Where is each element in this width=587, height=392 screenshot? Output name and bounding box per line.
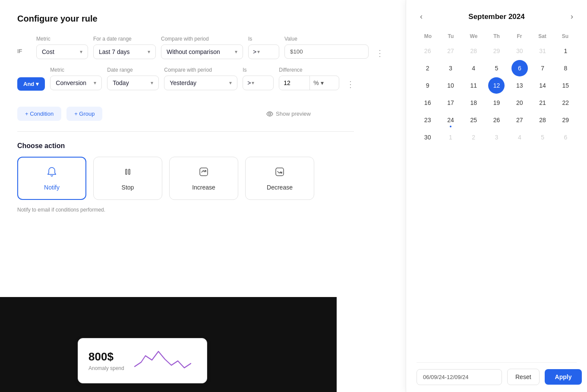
sparkline-chart (135, 347, 191, 374)
is-select-1[interactable]: > ▾ (248, 44, 279, 59)
calendar-next-button[interactable]: › (567, 10, 577, 23)
decrease-icon (274, 166, 286, 180)
cal-day-19[interactable]: 19 (488, 95, 505, 111)
cal-day-23[interactable]: 23 (420, 112, 436, 128)
chevron-down-icon-compare2: ▾ (229, 80, 232, 86)
is-value-2: > (247, 79, 251, 86)
reset-button[interactable]: Reset (507, 369, 540, 385)
compare-select-2[interactable]: Yesterday ▾ (164, 76, 237, 90)
chevron-down-icon-is2: ▾ (252, 80, 254, 86)
is-value-1: > (253, 48, 256, 55)
metric-select-1[interactable]: Cost ▾ (36, 44, 88, 59)
cal-day-1[interactable]: 1 (557, 43, 574, 59)
notify-description: Notify to email if conditions performed. (17, 207, 328, 213)
date-range-input[interactable] (417, 369, 502, 385)
cal-day-20[interactable]: 20 (511, 95, 528, 111)
cal-day-14[interactable]: 14 (534, 77, 551, 94)
cal-day-26prev[interactable]: 26 (420, 43, 436, 59)
calendar-weekdays: Mo Tu We Th Fr Sat Su (417, 32, 577, 41)
action-card-stop[interactable]: Stop (93, 157, 162, 200)
is-group-2: Is > ▾ (243, 67, 274, 90)
cal-day-30prev[interactable]: 30 (511, 43, 528, 59)
cal-day-24[interactable]: 24 (442, 112, 459, 128)
compare-select-1[interactable]: Without comparison ▾ (161, 44, 243, 59)
cal-day-5next[interactable]: 5 (534, 129, 551, 145)
calendar-footer: Reset Apply (417, 362, 577, 385)
diff-label: Difference (279, 67, 339, 73)
stop-icon (122, 166, 134, 180)
more-options-btn-1[interactable]: ⋮ (374, 46, 386, 60)
cal-day-29prev[interactable]: 29 (488, 43, 505, 59)
cal-day-2[interactable]: 2 (420, 60, 436, 76)
cal-day-13[interactable]: 13 (511, 77, 528, 94)
cal-day-28[interactable]: 28 (534, 112, 551, 128)
value-label-1: Value (284, 36, 369, 42)
metric-select-2[interactable]: Conversion ▾ (50, 76, 102, 90)
diff-unit-value: % (313, 79, 319, 86)
action-card-notify[interactable]: Notify (17, 157, 86, 200)
cal-day-3next[interactable]: 3 (488, 129, 505, 145)
cal-day-25[interactable]: 25 (465, 112, 482, 128)
weekday-sat: Sat (531, 32, 554, 41)
cal-day-6[interactable]: 6 (511, 60, 528, 76)
date-range-select-1[interactable]: Last 7 days ▾ (93, 44, 156, 59)
calendar-grid: Mo Tu We Th Fr Sat Su 26 27 28 29 30 31 … (417, 32, 577, 145)
metric-group-1: Metric Cost ▾ (36, 36, 88, 59)
cal-day-27prev[interactable]: 27 (442, 43, 459, 59)
value-input-1[interactable] (284, 44, 369, 59)
cal-day-16[interactable]: 16 (420, 95, 436, 111)
action-notify-label: Notify (44, 184, 60, 191)
cal-day-5[interactable]: 5 (488, 60, 505, 76)
cal-day-2next[interactable]: 2 (465, 129, 482, 145)
chevron-down-icon-is1: ▾ (257, 49, 260, 55)
date-range-select-2[interactable]: Today ▾ (107, 76, 159, 90)
add-group-button[interactable]: + Group (66, 107, 102, 121)
and-button[interactable]: And ▾ (17, 77, 45, 91)
cal-day-22[interactable]: 22 (557, 95, 574, 111)
cal-day-3[interactable]: 3 (442, 60, 459, 76)
calendar-month-year: September 2024 (468, 13, 524, 21)
diff-input[interactable] (279, 76, 309, 90)
cal-day-11[interactable]: 11 (465, 77, 482, 94)
cal-day-10[interactable]: 10 (442, 77, 459, 94)
cal-day-12[interactable]: 12 (488, 77, 505, 94)
cal-day-4[interactable]: 4 (465, 60, 482, 76)
show-preview-button[interactable]: Show preview (266, 111, 311, 117)
action-stop-label: Stop (122, 184, 134, 191)
add-buttons: + Condition + Group (17, 107, 102, 121)
chevron-down-icon-compare1: ▾ (235, 49, 237, 55)
cal-day-15[interactable]: 15 (557, 77, 574, 94)
calendar-prev-button[interactable]: ‹ (417, 10, 426, 23)
cal-day-29[interactable]: 29 (557, 112, 574, 128)
diff-unit-select[interactable]: % ▾ (309, 76, 327, 90)
cal-day-30[interactable]: 30 (420, 129, 436, 145)
preview-card: 800$ Anomaly spend (78, 338, 207, 383)
svg-rect-2 (129, 169, 130, 174)
cal-day-4next[interactable]: 4 (511, 129, 528, 145)
chevron-down-icon-metric1: ▾ (80, 49, 82, 55)
svg-rect-3 (200, 168, 208, 176)
action-card-decrease[interactable]: Decrease (245, 157, 314, 200)
chevron-down-icon-date2: ▾ (151, 80, 153, 86)
cal-day-21[interactable]: 21 (534, 95, 551, 111)
preview-label: Anomaly spend (88, 365, 124, 371)
cal-day-7[interactable]: 7 (534, 60, 551, 76)
divider (17, 131, 354, 132)
cal-day-1next[interactable]: 1 (442, 129, 459, 145)
cal-day-27[interactable]: 27 (511, 112, 528, 128)
action-card-increase[interactable]: Increase (169, 157, 238, 200)
value-group-1: Value (284, 36, 369, 59)
cal-day-31prev[interactable]: 31 (534, 43, 551, 59)
apply-button[interactable]: Apply (545, 369, 582, 385)
cal-day-6next[interactable]: 6 (557, 129, 574, 145)
cal-day-18[interactable]: 18 (465, 95, 482, 111)
cal-day-26[interactable]: 26 (488, 112, 505, 128)
cal-day-28prev[interactable]: 28 (465, 43, 482, 59)
cal-day-9[interactable]: 9 (420, 77, 436, 94)
more-options-btn-2[interactable]: ⋮ (344, 77, 357, 91)
add-condition-button[interactable]: + Condition (17, 107, 61, 121)
date-range-group-2: Date range Today ▾ (107, 67, 159, 90)
cal-day-17[interactable]: 17 (442, 95, 459, 111)
is-select-2[interactable]: > ▾ (243, 76, 274, 90)
cal-day-8[interactable]: 8 (557, 60, 574, 76)
